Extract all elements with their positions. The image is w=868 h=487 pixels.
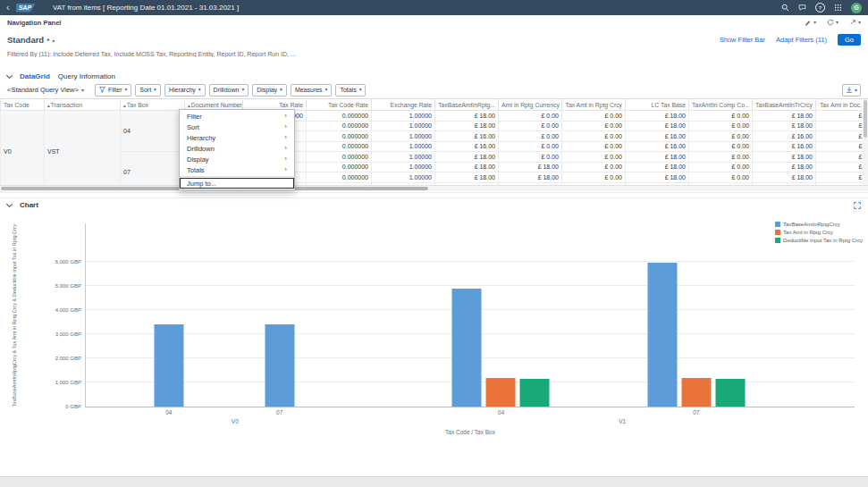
table-cell[interactable]: 0.000000 xyxy=(307,111,372,122)
table-cell[interactable]: £ 16.00 xyxy=(753,131,816,142)
table-cell[interactable]: £ 0.00 xyxy=(499,152,562,163)
copilot-chat-icon[interactable] xyxy=(798,4,806,12)
bar-taxbaseamtinrptgcrcy[interactable] xyxy=(154,324,183,407)
menu-item-drilldown[interactable]: Drilldown› xyxy=(180,143,294,154)
table-cell[interactable]: £ 18.00 xyxy=(626,111,689,122)
table-cell[interactable]: £ 18.00 xyxy=(753,111,816,122)
table-cell[interactable]: £ 18.00 xyxy=(626,121,689,131)
hierarchy-button[interactable]: Hierarchy▾ xyxy=(164,84,206,97)
table-cell[interactable]: £ 0.00 xyxy=(689,141,753,152)
menu-item-hierarchy[interactable]: Hierarchy› xyxy=(180,132,294,143)
table-cell[interactable]: £ 18.00 xyxy=(435,172,499,183)
table-cell[interactable]: £ 16.00 xyxy=(435,141,499,152)
table-cell[interactable]: £ 18.00 xyxy=(626,152,689,163)
table-cell[interactable]: £ 0.00 xyxy=(816,152,868,163)
menu-item-filter[interactable]: Filter› xyxy=(180,111,294,122)
table-cell[interactable]: £ 0.00 xyxy=(499,141,562,152)
search-icon[interactable] xyxy=(781,4,789,12)
cell-transaction[interactable]: VST xyxy=(45,111,121,193)
table-cell[interactable]: £ 0.00 xyxy=(689,111,753,122)
table-cell[interactable]: £ 0.00 xyxy=(499,131,562,142)
scrollbar-thumb[interactable] xyxy=(864,100,867,138)
table-cell[interactable]: £ 0.00 xyxy=(816,111,868,122)
navigation-panel-toggle[interactable]: Navigation Panel xyxy=(7,19,61,27)
menu-item-jump-to[interactable]: Jump to... xyxy=(180,178,294,189)
table-cell[interactable]: 0.000000 xyxy=(307,162,372,172)
column-header-tax-code[interactable]: Tax Code xyxy=(1,99,45,111)
table-cell[interactable]: £ 18.00 xyxy=(499,172,562,183)
table-cell[interactable]: 1.00000 xyxy=(372,111,435,122)
table-cell[interactable]: £ 18.00 xyxy=(626,172,689,183)
help-icon[interactable]: ? xyxy=(815,3,825,13)
table-cell[interactable]: £ 0.00 xyxy=(689,172,753,183)
cell-tax-box[interactable]: 04 xyxy=(121,111,185,152)
table-cell[interactable]: £ 18.00 xyxy=(753,121,816,131)
show-filter-bar-link[interactable]: Show Filter Bar xyxy=(720,36,765,44)
table-cell[interactable]: £ 0.00 xyxy=(562,121,626,131)
legend-item-taxbaseamtinrptgcrcy[interactable]: TaxBaseAmtInRptgCrcy xyxy=(775,222,863,227)
collapse-chart-icon[interactable] xyxy=(6,201,13,207)
table-cell[interactable]: £ 16.00 xyxy=(435,131,499,142)
bar-tax-amt-in-rptg-crcy[interactable] xyxy=(486,378,516,407)
table-horizontal-scrollbar[interactable] xyxy=(0,185,868,191)
table-cell[interactable]: £ 0.00 xyxy=(816,162,868,172)
menu-item-sort[interactable]: Sort› xyxy=(180,122,294,132)
table-cell[interactable]: 0.000000 xyxy=(307,121,372,131)
export-button[interactable]: ▾ xyxy=(842,84,861,97)
table-cell[interactable]: 0.000000 xyxy=(307,131,372,142)
table-cell[interactable]: £ 0.00 xyxy=(499,111,562,122)
cell-tax-code[interactable]: V0 xyxy=(1,111,45,193)
table-cell[interactable]: £ 0.00 xyxy=(562,141,626,152)
bar-deductible-input-tax-in-rptg-crcy[interactable] xyxy=(520,379,550,407)
column-header-taxbaseamtintrcrcy[interactable]: TaxBaseAmtInTrCrcy xyxy=(753,99,816,111)
table-cell[interactable]: 1.00000 xyxy=(372,121,435,131)
table-cell[interactable]: £ 18.00 xyxy=(753,172,816,183)
table-cell[interactable]: £ 16.00 xyxy=(753,141,816,152)
table-cell[interactable]: £ 0.00 xyxy=(689,121,753,131)
table-cell[interactable]: £ 0.00 xyxy=(689,131,753,142)
table-cell[interactable]: £ 18.00 xyxy=(499,162,562,172)
table-cell[interactable]: £ 18.00 xyxy=(753,152,816,163)
table-cell[interactable]: £ 0.00 xyxy=(689,162,753,172)
collapse-datagrid-icon[interactable] xyxy=(6,72,13,79)
bar-taxbaseamtinrptgcrcy[interactable] xyxy=(265,324,294,407)
table-cell[interactable]: £ 0.00 xyxy=(562,172,626,183)
column-header-transaction[interactable]: ▴Transaction xyxy=(45,99,121,111)
table-cell[interactable]: £ 0.00 xyxy=(816,131,868,142)
adapt-filters-link[interactable]: Adapt Filters (11) xyxy=(776,36,827,44)
table-cell[interactable]: £ 18.00 xyxy=(626,162,689,172)
bar-tax-amt-in-rptg-crcy[interactable] xyxy=(681,378,711,407)
app-finder-grid-icon[interactable] xyxy=(834,4,842,12)
bar-taxbaseamtinrptgcrcy[interactable] xyxy=(647,263,677,407)
measures-button[interactable]: Measures▾ xyxy=(291,84,333,97)
table-cell[interactable]: £ 16.00 xyxy=(626,131,689,142)
table-cell[interactable]: £ 0.00 xyxy=(689,152,753,163)
refresh-button[interactable]: ▾ xyxy=(827,19,839,26)
legend-item-tax-amt-in-rptg-crcy[interactable]: Tax Amt in Rptg Crcy xyxy=(775,230,863,235)
fullscreen-icon[interactable] xyxy=(854,202,861,209)
table-cell[interactable]: £ 0.00 xyxy=(562,111,626,122)
query-view-selector[interactable]: <Standard Query View> ▾ xyxy=(7,86,84,94)
tab-query-information[interactable]: Query Information xyxy=(58,72,115,80)
adapt-view-button[interactable]: ▾ xyxy=(805,19,816,26)
menu-item-display[interactable]: Display› xyxy=(180,154,294,164)
back-button[interactable]: ‹ xyxy=(6,3,10,13)
table-cell[interactable]: 1.00000 xyxy=(372,131,435,142)
menu-item-totals[interactable]: Totals› xyxy=(180,164,294,175)
legend-item-deductible-input-tax-in-rptg-crcy[interactable]: Deductible Input Tax in Rptg Crcy xyxy=(775,238,863,243)
bar-deductible-input-tax-in-rptg-crcy[interactable] xyxy=(715,379,745,407)
table-vertical-scrollbar[interactable] xyxy=(863,99,868,185)
column-header-taxamtin-comp-co[interactable]: TaxAmtIn Comp Co... xyxy=(689,99,753,111)
table-cell[interactable]: £ 18.00 xyxy=(435,121,499,131)
share-button[interactable]: ▾ xyxy=(849,19,861,26)
table-cell[interactable]: £ 18.00 xyxy=(435,162,499,172)
filter-button[interactable]: Filter▾ xyxy=(95,84,131,97)
table-cell[interactable]: 1.00000 xyxy=(372,162,435,172)
column-header-taxbaseamtinrptg[interactable]: TaxBaseAmtInRptg... xyxy=(435,99,499,111)
table-cell[interactable]: £ 0.00 xyxy=(562,162,626,172)
column-header-exchange-rate[interactable]: Exchange Rate xyxy=(372,99,435,111)
table-cell[interactable]: £ 18.00 xyxy=(753,162,816,172)
table-cell[interactable]: 0.000000 xyxy=(307,152,372,163)
user-avatar[interactable]: G xyxy=(851,3,862,13)
column-header-tax-box[interactable]: ▴Tax Box xyxy=(121,99,185,111)
